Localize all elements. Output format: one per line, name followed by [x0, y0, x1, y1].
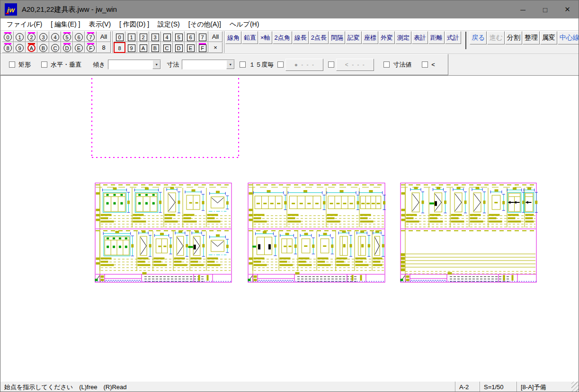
layer-status-bar [63, 43, 71, 44]
horizontal-vertical-checkbox[interactable] [41, 61, 47, 68]
status-bar: 始点を指示してください (L)free (R)Read A-2 S=1/50 [… [0, 381, 579, 392]
resize-grip[interactable] [571, 382, 579, 392]
arrow-dash-button: < - - - [336, 59, 374, 71]
menu-item-3[interactable]: [ 作図(D) ] [115, 19, 153, 30]
arrow-option-checkbox[interactable] [328, 61, 334, 68]
toolbar: 01234567All89ABCDEF8 01234567All89ABCDEF… [0, 31, 579, 54]
menu-item-6[interactable]: ヘルプ(H) [225, 19, 263, 30]
cad-panel-2 [248, 183, 386, 282]
tool-button-表計[interactable]: 表計 [412, 31, 428, 44]
layer-group-button-D[interactable]: D [173, 42, 185, 53]
tool-button-進む[interactable]: 進む [487, 31, 504, 44]
layer-group-button-A[interactable]: A [137, 42, 149, 53]
layer-button-6[interactable]: 6 [73, 31, 85, 42]
scale-indicator[interactable]: S=1/50 [480, 382, 517, 392]
close-button[interactable]: ✕ [556, 0, 579, 18]
maximize-button[interactable]: □ [534, 0, 556, 18]
deg15-checkbox-label: １５度毎 [249, 61, 274, 69]
menu-item-4[interactable]: 設定(S) [153, 19, 184, 30]
tool-button-中心線[interactable]: 中心線 [558, 31, 579, 44]
layer-all-button[interactable]: All [97, 31, 111, 42]
tool-button-線長[interactable]: 線長 [293, 31, 309, 44]
tool-button-整理[interactable]: 整理 [523, 31, 540, 44]
tool-button-外変[interactable]: 外変 [379, 31, 395, 44]
menu-item-5[interactable]: [その他(A)] [184, 19, 225, 30]
group-clear-button[interactable]: × [208, 42, 223, 53]
layer-group-button-4[interactable]: 4 [161, 31, 173, 42]
tool-button-測定[interactable]: 測定 [395, 31, 411, 44]
right-tool-buttons: 戻る進む分割整理属変中心線 [470, 31, 579, 44]
layer-button-C[interactable]: C [49, 42, 61, 53]
tool-button-記変[interactable]: 記変 [346, 31, 362, 44]
menu-item-2[interactable]: 表示(V) [84, 19, 115, 30]
chevron-down-icon[interactable]: ▼ [152, 60, 160, 69]
cad-panel-3 [401, 183, 538, 282]
layer-group-label: 8 [116, 44, 124, 52]
layer-button-E[interactable]: E [73, 42, 85, 53]
layer-group-button-6[interactable]: 6 [185, 31, 196, 42]
layer-group-button-9[interactable]: 9 [125, 42, 137, 53]
tool-button-分割[interactable]: 分割 [505, 31, 522, 44]
layer-button-1[interactable]: 1 [14, 31, 26, 42]
less-than-checkbox[interactable] [422, 61, 428, 68]
layer-group-button-1[interactable]: 1 [125, 31, 137, 42]
tool-button-距離[interactable]: 距離 [428, 31, 445, 44]
layer-group-label: 0 [116, 34, 124, 41]
layer-button-5[interactable]: 5 [61, 31, 73, 42]
layer-button-4[interactable]: 4 [49, 31, 61, 42]
title-bar: jw A20,21,22建具表.jww - jw_win ─ □ ✕ [0, 0, 579, 18]
circle-option-checkbox[interactable] [277, 61, 284, 68]
tool-button-×軸[interactable]: ×軸 [258, 31, 272, 44]
dimension-label: 寸法 [167, 61, 179, 69]
layer-label: F [87, 44, 95, 52]
layer-group-button-B[interactable]: B [149, 42, 161, 53]
layer-button-9[interactable]: 9 [14, 42, 26, 53]
layer-group-button-8[interactable]: 8 [114, 42, 125, 53]
tool-button-式計[interactable]: 式計 [445, 31, 461, 44]
rect-checkbox[interactable] [9, 61, 15, 68]
tool-button-2点長[interactable]: 2点長 [309, 31, 329, 44]
menu-item-0[interactable]: ファイル(F) [2, 19, 46, 30]
paper-size-indicator[interactable]: A-2 [455, 382, 480, 392]
layer-group-button-2[interactable]: 2 [137, 31, 149, 42]
layer-button-B[interactable]: B [37, 42, 49, 53]
layer-group-button-E[interactable]: E [185, 42, 196, 53]
layer-label: E [75, 44, 83, 52]
layer-button-2[interactable]: 2 [26, 31, 37, 42]
line-style-preview-button[interactable] [465, 32, 466, 49]
tool-button-鉛直[interactable]: 鉛直 [242, 31, 258, 44]
layer-button-8[interactable]: 8 [2, 42, 14, 53]
layer-group-all-button[interactable]: All [208, 31, 223, 42]
minimize-button[interactable]: ─ [512, 0, 534, 18]
layer-group-button-7[interactable]: 7 [196, 31, 208, 42]
layer-group-button-0[interactable]: 0 [114, 31, 125, 42]
layer-group-button-3[interactable]: 3 [149, 31, 161, 42]
write-group-number[interactable]: 8 [97, 42, 111, 53]
app-icon: jw [5, 3, 17, 16]
layer-button-0[interactable]: 0 [2, 31, 14, 42]
layer-group-button-F[interactable]: F [196, 42, 208, 53]
deg15-checkbox[interactable] [240, 61, 246, 68]
layer-group-button-5[interactable]: 5 [173, 31, 185, 42]
layer-group-button-C[interactable]: C [161, 42, 173, 53]
drawing-canvas[interactable] [0, 76, 579, 381]
layer-status-bar [199, 43, 206, 44]
layer-button-3[interactable]: 3 [37, 31, 49, 42]
layer-button-D[interactable]: D [61, 42, 73, 53]
layer-button-F[interactable]: F [85, 42, 97, 53]
tool-button-戻る[interactable]: 戻る [470, 31, 487, 44]
tool-button-間隔[interactable]: 間隔 [329, 31, 345, 44]
tool-button-座標[interactable]: 座標 [362, 31, 378, 44]
tool-button-線角[interactable]: 線角 [225, 31, 241, 44]
tool-button-属変[interactable]: 属変 [540, 31, 557, 44]
layer-button-A[interactable]: A [26, 42, 37, 53]
layer-group-label: 2 [140, 34, 147, 41]
dimension-value-checkbox[interactable] [383, 61, 390, 68]
slope-combobox[interactable]: ▼ [108, 60, 161, 70]
dimension-combobox[interactable]: ▼ [182, 60, 235, 70]
chevron-down-icon[interactable]: ▼ [226, 60, 234, 69]
layer-reserve-indicator[interactable]: [8-A]予備 [517, 382, 571, 392]
layer-button-7[interactable]: 7 [85, 31, 97, 42]
tool-button-2点角[interactable]: 2点角 [273, 31, 292, 44]
menu-item-1[interactable]: [ 編集(E) ] [46, 19, 84, 30]
